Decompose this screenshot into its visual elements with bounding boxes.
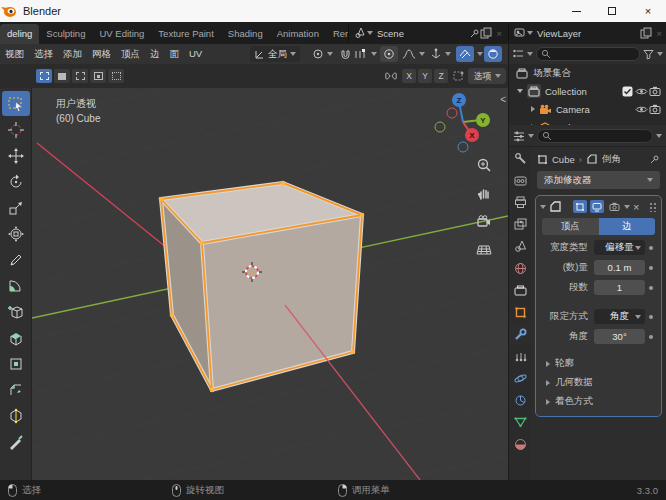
tool-knife[interactable] [2,429,30,454]
breadcrumb-object[interactable]: Cube [552,154,575,165]
properties-filter-chevron-icon[interactable] [656,134,662,138]
section-profile[interactable]: 轮廓 [536,354,661,373]
menu-uv[interactable]: UV [184,44,207,64]
amount-field[interactable]: 0.1 m [594,260,645,275]
angle-animate-dot[interactable] [645,335,657,339]
new-viewlayer-icon[interactable] [640,27,652,39]
tab-physics[interactable] [509,367,531,389]
tool-extrude-region[interactable] [2,325,30,350]
add-modifier-dropdown[interactable]: 添加修改器 [537,171,660,189]
tool-transform[interactable] [2,221,30,246]
transform-orientation-dropdown[interactable]: 全局 [250,46,300,62]
outliner-row-collection[interactable]: Collection [509,82,666,100]
menu-face[interactable]: 面 [165,44,185,64]
tool-bevel[interactable] [2,377,30,402]
amount-animate-dot[interactable] [645,266,657,270]
xray-toggle[interactable] [456,46,483,62]
modifier-extras-chevron-icon[interactable] [624,205,630,209]
tool-measure[interactable] [2,273,30,298]
tool-add-cube[interactable] [2,299,30,324]
pin-icon[interactable] [469,28,480,39]
menu-select[interactable]: 选择 [29,44,58,64]
shading-mode-toggle[interactable] [484,46,502,62]
mirror-x-button[interactable]: X [402,69,416,83]
affect-vertices-tab[interactable]: 顶点 [542,218,599,235]
properties-editor-chevron-icon[interactable] [528,134,534,138]
limit-animate-dot[interactable] [645,315,657,319]
outliner-editor-icon[interactable] [512,48,524,60]
tab-shading[interactable]: Shading [221,24,270,44]
pan-tool-icon[interactable] [473,182,495,204]
angle-field[interactable]: 30° [594,329,645,344]
gizmo-neg-y[interactable] [435,122,445,132]
outliner-row-cube[interactable]: Cube [509,118,666,125]
tab-modifiers[interactable] [509,323,531,345]
pivot-point-dropdown[interactable] [312,46,333,62]
panel-expand-chevron-icon[interactable] [540,205,546,209]
select-mode-invert[interactable] [90,69,106,83]
proportional-editing-toggle[interactable] [380,46,398,62]
tab-uv-editing[interactable]: UV Editing [92,24,151,44]
tab-texture-paint[interactable]: Texture Paint [151,24,220,44]
viewlayer-name[interactable]: ViewLayer [537,28,636,39]
collection-render-icon[interactable] [648,86,662,96]
remove-modifier-icon[interactable]: × [633,201,639,213]
menu-edge[interactable]: 边 [145,44,165,64]
tab-scene[interactable] [509,235,531,257]
display-editmode-toggle[interactable] [573,200,587,213]
tab-sculpting[interactable]: Sculpting [39,24,92,44]
mirror-z-button[interactable]: Z [434,69,448,83]
tool-inset-faces[interactable] [2,351,30,376]
viewport-canvas[interactable]: Z Y X 用户透视 (60) Cube < [32,88,508,480]
unlink-scene-icon[interactable]: × [496,28,502,39]
drag-handle-icon[interactable] [649,202,657,212]
snap-target-dropdown[interactable] [354,46,377,62]
affect-edges-tab[interactable]: 边 [599,218,656,235]
camera-render-icon[interactable] [648,104,662,114]
display-render-toggle[interactable] [607,200,621,213]
tab-collection[interactable] [509,279,531,301]
tab-tool[interactable] [509,147,531,169]
segments-animate-dot[interactable] [645,286,657,290]
zoom-tool-icon[interactable] [473,154,495,176]
remove-viewlayer-icon[interactable]: × [656,28,662,39]
width-type-animate-dot[interactable] [645,246,657,250]
gizmo-neg-x[interactable] [447,108,457,118]
new-data-icon[interactable] [480,27,492,39]
select-mode-extend[interactable] [54,69,70,83]
breadcrumb-modifier[interactable]: 倒角 [602,153,621,166]
camera-hide-icon[interactable] [634,105,648,114]
properties-search-input[interactable] [537,129,653,143]
outliner-row-scene-collection[interactable]: 场景集合 [509,64,666,82]
menu-add[interactable]: 添加 [58,44,87,64]
minimize-button[interactable] [558,0,594,22]
outliner-row-camera[interactable]: Camera [509,100,666,118]
camera-view-icon[interactable] [473,210,495,232]
close-button[interactable]: × [630,0,666,22]
filter-chevron-icon[interactable] [657,52,663,56]
menu-vertex[interactable]: 顶点 [116,44,145,64]
viewlayer-selector[interactable]: ViewLayer × [508,24,666,42]
scene-name[interactable]: Scene [377,28,465,39]
sidebar-toggle-icon[interactable]: < [500,94,506,105]
tool-rotate[interactable] [2,169,30,194]
segments-field[interactable]: 1 [594,280,645,295]
select-mode-intersect[interactable] [108,69,124,83]
tab-render[interactable] [509,169,531,191]
menu-view[interactable]: 视图 [0,44,29,64]
outliner-search-input[interactable] [536,47,640,61]
gizmo-neg-z[interactable] [458,142,468,152]
tool-select-box[interactable] [2,91,30,116]
display-realtime-toggle[interactable] [590,200,604,213]
maximize-button[interactable] [594,0,630,22]
snap-toggle[interactable] [340,46,351,62]
viewlayer-dropdown-chevron-icon[interactable] [527,31,533,35]
show-gizmo-dropdown[interactable] [430,46,451,62]
options-dropdown[interactable]: 选项 [468,68,506,84]
select-mode-subtract[interactable] [72,69,88,83]
tool-cursor[interactable] [2,117,30,142]
tab-modeling[interactable]: deling [0,24,39,44]
collection-expand-icon[interactable] [517,89,523,93]
pin-id-icon[interactable] [649,154,660,165]
limit-method-dropdown[interactable]: 角度 [594,309,645,324]
